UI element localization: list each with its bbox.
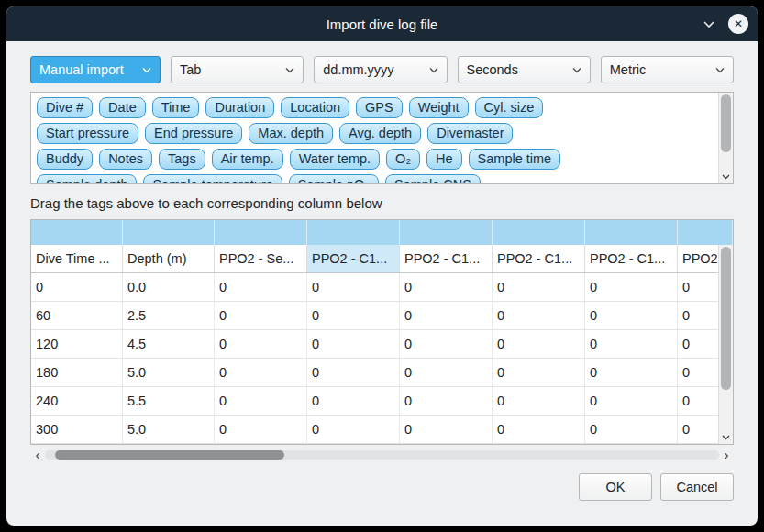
table-cell: 0 (31, 273, 123, 301)
table-cell: 0 (400, 273, 493, 301)
table-cell: 0 (493, 387, 585, 415)
field-tag[interactable]: Sample pO₂ (289, 174, 379, 184)
chevron-down-icon (142, 67, 151, 73)
table-cell: 0 (400, 330, 493, 358)
ok-button[interactable]: OK (579, 473, 652, 501)
field-tag[interactable]: Tags (159, 149, 205, 170)
column-drop-target[interactable] (493, 220, 585, 245)
column-drop-target[interactable] (678, 220, 733, 245)
column-header[interactable]: PPO2 - Se... (215, 245, 307, 272)
time-format-select[interactable]: Seconds (458, 56, 591, 83)
table-cell: 2.5 (123, 302, 215, 329)
column-header[interactable]: PPO2 - C1... (307, 245, 400, 272)
table-cell: 0 (585, 273, 678, 301)
table-row: 2405.5000000 (31, 387, 719, 416)
field-tag[interactable]: End pressure (145, 123, 242, 144)
table-cell: 0 (215, 387, 307, 415)
table-cell: 0.0 (123, 273, 215, 301)
close-icon[interactable]: ✕ (728, 14, 748, 34)
table-cell: 0 (493, 330, 585, 358)
field-tag[interactable]: Notes (99, 149, 152, 170)
titlebar[interactable]: Import dive log file ✕ (6, 6, 758, 41)
column-drop-target[interactable] (585, 220, 678, 245)
column-drop-target[interactable] (31, 220, 123, 245)
chevron-down-icon (572, 67, 581, 73)
table-cell: 4.5 (123, 330, 215, 358)
column-header[interactable]: PPO2 (678, 245, 719, 272)
units-select[interactable]: Metric (601, 56, 734, 83)
column-header[interactable]: PPO2 - C1... (493, 245, 585, 272)
field-tag[interactable]: O₂ (386, 149, 420, 170)
scroll-right-icon[interactable]: › (719, 448, 734, 462)
table-cell: 240 (31, 387, 123, 415)
table-cell: 0 (585, 416, 678, 443)
field-separator-select[interactable]: Tab (171, 56, 304, 83)
table-cell: 0 (493, 416, 585, 443)
column-drop-target[interactable] (400, 220, 493, 245)
window-title: Import dive log file (6, 17, 758, 32)
table-vscrollbar[interactable] (718, 245, 733, 444)
column-header[interactable]: PPO2 - C1... (400, 245, 493, 272)
field-tag[interactable]: Avg. depth (339, 123, 421, 144)
column-drop-target[interactable] (307, 220, 400, 245)
field-tag[interactable]: Max. depth (249, 123, 333, 144)
table-cell: 0 (585, 359, 678, 386)
tag-list: Dive #DateTimeDurationLocationGPSWeightC… (31, 93, 733, 184)
field-tag[interactable]: Start pressure (37, 123, 138, 144)
scroll-left-icon[interactable]: ‹ (30, 448, 45, 462)
field-tag[interactable]: Dive # (37, 97, 93, 118)
table-cell: 0 (400, 302, 493, 329)
tag-pool-scrollbar[interactable] (718, 93, 733, 183)
table-row: 00.0000000 (31, 273, 719, 302)
table-row: 602.5000000 (31, 302, 719, 330)
field-tag[interactable]: Sample depth (37, 174, 137, 184)
scroll-down-icon[interactable] (719, 171, 733, 183)
field-tag[interactable]: GPS (356, 97, 403, 118)
field-tag[interactable]: Air temp. (212, 149, 283, 170)
tag-row: Dive #DateTimeDurationLocationGPSWeightC… (37, 97, 714, 118)
column-header[interactable]: PPO2 - C1... (585, 245, 678, 272)
field-tag[interactable]: Water temp. (290, 149, 380, 170)
table-cell: 0 (678, 416, 719, 443)
table-cell: 180 (31, 359, 123, 386)
field-tag[interactable]: Sample time (469, 149, 561, 170)
scrollbar-track[interactable] (45, 450, 719, 460)
chevron-down-icon (285, 67, 294, 73)
date-format-select[interactable]: dd.mm.yyyy (314, 56, 447, 83)
field-tag[interactable]: Cyl. size (475, 97, 544, 118)
table-row: 1204.5000000 (31, 330, 719, 359)
table-cell: 0 (678, 330, 719, 358)
table-cell: 0 (400, 416, 493, 443)
table-cell: 0 (215, 416, 307, 443)
field-tag[interactable]: Time (152, 97, 200, 118)
column-header[interactable]: Depth (m) (123, 245, 215, 272)
scrollbar-thumb[interactable] (55, 450, 284, 460)
field-tag[interactable]: Sample temperature (143, 174, 282, 184)
field-tag[interactable]: Buddy (37, 149, 93, 170)
field-tag[interactable]: Divemaster (427, 123, 513, 144)
table-cell: 0 (400, 359, 493, 386)
table-header-row: Dive Time ...Depth (m)PPO2 - Se...PPO2 -… (31, 245, 719, 273)
table-cell: 5.0 (123, 416, 215, 443)
scroll-down-icon[interactable] (719, 431, 733, 443)
scrollbar-thumb[interactable] (721, 247, 731, 390)
field-tag[interactable]: Date (99, 97, 146, 118)
table-hscrollbar[interactable]: ‹ › (30, 448, 734, 462)
column-drop-target[interactable] (123, 220, 215, 245)
table-cell: 0 (307, 273, 400, 301)
import-mode-select[interactable]: Manual import (30, 56, 161, 83)
field-tag[interactable]: Weight (409, 97, 469, 118)
column-drop-target[interactable] (215, 220, 307, 245)
combo-value: Seconds (467, 62, 518, 77)
instruction-text: Drag the tags above to each correspondin… (30, 195, 734, 211)
cancel-button[interactable]: Cancel (660, 473, 734, 501)
field-tag[interactable]: Sample CNS (385, 174, 481, 184)
field-tag[interactable]: Duration (205, 97, 274, 118)
column-header[interactable]: Dive Time ... (31, 245, 123, 272)
field-tag[interactable]: Location (281, 97, 349, 118)
table-cell: 0 (493, 302, 585, 329)
field-tag[interactable]: He (426, 149, 462, 170)
combo-value: Tab (180, 62, 201, 77)
chevron-down-icon[interactable] (699, 14, 719, 34)
scrollbar-thumb[interactable] (721, 94, 731, 152)
